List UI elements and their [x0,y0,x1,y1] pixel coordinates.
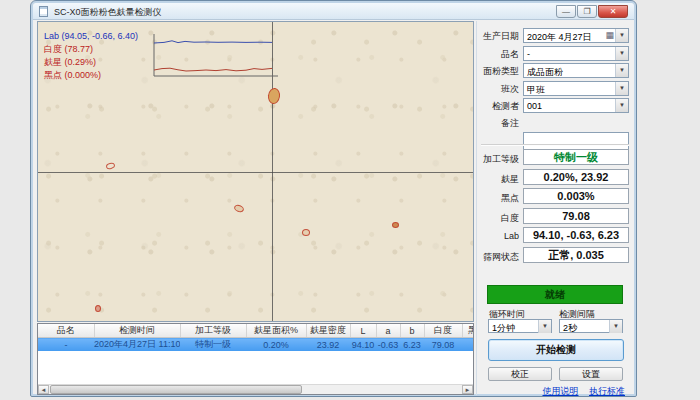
chevron-down-icon[interactable]: ▼ [538,320,551,333]
usage-instructions-link[interactable]: 使用说明 [542,386,578,396]
form-row-inspector: 检测者 001 ▼ [479,98,631,113]
black-value: 0.003% [523,188,629,204]
col-header[interactable]: 黑点面积% [462,324,474,338]
overlay-whiteness-value: 白度 (78.77) [44,43,138,56]
table-horizontal-scrollbar[interactable]: ◄ ► [38,384,473,394]
bran-spot-marker [105,162,115,170]
col-header[interactable]: b [400,324,424,338]
table-row-selected[interactable]: - 2020年4月27日 11:10 特制一级 0.20% 23.92 94.1… [38,338,474,352]
col-header[interactable]: L [350,324,376,338]
inspector-label: 检测者 [479,100,519,113]
interval-select[interactable]: 2秒 ▼ [559,319,623,333]
scrollbar-thumb[interactable] [50,385,302,394]
flour-type-select[interactable]: 成品面粉 ▼ [523,63,629,78]
result-row-lab: Lab 94.10, -0.63, 6.23 [479,227,631,243]
col-header[interactable]: 麸星面积% [246,324,306,338]
form-row-product-name: 品名 - ▼ [479,46,631,61]
col-header[interactable]: 白度 [424,324,462,338]
start-detection-button[interactable]: 开始检测 [488,339,624,361]
result-row-whiteness: 白度 79.08 [479,208,631,224]
bran-spot-marker [233,204,245,214]
execution-standard-link[interactable]: 执行标准 [589,386,625,396]
cell-l[interactable]: 94.10 [350,338,376,352]
production-date-label: 生产日期 [479,30,519,43]
chevron-down-icon[interactable]: ▼ [615,99,628,112]
col-header[interactable]: 麸星密度 [306,324,350,338]
cell-product[interactable]: - [38,338,94,352]
production-date-picker[interactable]: 2020年 4月27日 ▦ ▼ [523,28,629,43]
col-header[interactable]: 加工等级 [180,324,246,338]
col-header[interactable]: a [376,324,400,338]
cell-b[interactable]: 6.23 [400,338,424,352]
result-row-grade: 加工等级 特制一级 [479,149,631,165]
scroll-right-icon[interactable]: ► [462,385,473,394]
maximize-button[interactable]: ❐ [577,5,597,18]
remarks-label: 备注 [479,117,519,130]
result-row-black: 黑点 0.003% [479,188,631,204]
chevron-down-icon[interactable]: ▼ [615,47,628,60]
window-title: SC-X0面粉粉色麸量检测仪 [54,6,162,19]
footer-links: 使用说明 执行标准 [534,385,625,398]
calendar-icon: ▦ [605,30,614,40]
product-name-label: 品名 [479,48,519,61]
shift-select[interactable]: 甲班 ▼ [523,81,629,96]
grade-value: 特制一级 [523,149,629,165]
product-name-select[interactable]: - ▼ [523,46,629,61]
bran-spot-marker [267,87,281,105]
chevron-down-icon[interactable]: ▼ [609,320,622,333]
status-badge: 就绪 [487,285,623,304]
table-header-row: 品名 检测时间 加工等级 麸星面积% 麸星密度 L a b 白度 黑点面积% [38,324,474,338]
bran-spot-marker [95,305,101,312]
app-icon [39,6,48,17]
overlay-black-value: 黑点 (0.000%) [44,69,138,82]
history-table: 品名 检测时间 加工等级 麸星面积% 麸星密度 L a b 白度 黑点面积% -… [37,323,474,395]
lab-value: 94.10, -0.63, 6.23 [523,227,629,243]
scroll-left-icon[interactable]: ◄ [38,385,49,394]
section-divider [481,144,629,146]
calibrate-button[interactable]: 校正 [488,367,552,381]
cell-whiteness[interactable]: 79.08 [424,338,462,352]
col-header[interactable]: 品名 [38,324,94,338]
form-row-shift: 班次 甲班 ▼ [479,81,631,96]
form-row-production-date: 生产日期 2020年 4月27日 ▦ ▼ [479,28,631,43]
desktop-background: SC-X0面粉粉色麸量检测仪 — ❐ ✕ Lab (94.05, -0.66, … [0,0,700,400]
title-bar: SC-X0面粉粉色麸量检测仪 — ❐ ✕ [33,3,634,20]
close-button[interactable]: ✕ [598,5,628,18]
flour-type-label: 面粉类型 [479,65,519,78]
result-row-sieve-status: 筛网状态 正常, 0.035 [479,247,631,263]
cell-bran-area[interactable]: 0.20% [246,338,306,352]
chevron-down-icon[interactable]: ▼ [615,64,628,77]
measurement-overlay: Lab (94.05, -0.66, 6.40) 白度 (78.77) 麸星 (… [44,30,138,82]
whiteness-value: 79.08 [523,208,629,224]
form-row-remarks: 备注 [479,115,631,130]
cycle-time-select[interactable]: 1分钟 ▼ [488,319,552,333]
cell-grade[interactable]: 特制一级 [180,338,246,352]
inspector-select[interactable]: 001 ▼ [523,98,629,113]
sample-image-viewer: Lab (94.05, -0.66, 6.40) 白度 (78.77) 麸星 (… [37,21,474,322]
panel-divider [476,21,477,395]
overlay-lab-value: Lab (94.05, -0.66, 6.40) [44,30,138,43]
bran-spot-marker [392,222,399,228]
shift-label: 班次 [479,83,519,96]
overlay-bran-value: 麸星 (0.29%) [44,56,138,69]
app-window: SC-X0面粉粉色麸量检测仪 — ❐ ✕ Lab (94.05, -0.66, … [30,0,637,397]
chevron-down-icon[interactable]: ▼ [615,82,628,95]
settings-button[interactable]: 设置 [559,367,623,381]
cell-a[interactable]: -0.63 [376,338,400,352]
cell-black-area[interactable]: 0.003% [462,338,474,352]
chevron-down-icon[interactable]: ▼ [615,29,628,42]
cell-bran-density[interactable]: 23.92 [306,338,350,352]
bran-spot-marker [302,229,310,236]
result-row-bran: 麸星 0.20%, 23.92 [479,169,631,185]
minimize-button[interactable]: — [556,5,576,18]
trend-inset-chart [152,32,280,80]
control-panel: 生产日期 2020年 4月27日 ▦ ▼ 品名 - ▼ 面粉类型 成品面粉 ▼ [479,21,631,395]
bran-value: 0.20%, 23.92 [523,169,629,185]
cell-time[interactable]: 2020年4月27日 11:10 [94,338,180,352]
form-row-flour-type: 面粉类型 成品面粉 ▼ [479,63,631,78]
col-header[interactable]: 检测时间 [94,324,180,338]
sieve-status-value: 正常, 0.035 [523,247,629,263]
crosshair-horizontal-line [38,172,473,173]
